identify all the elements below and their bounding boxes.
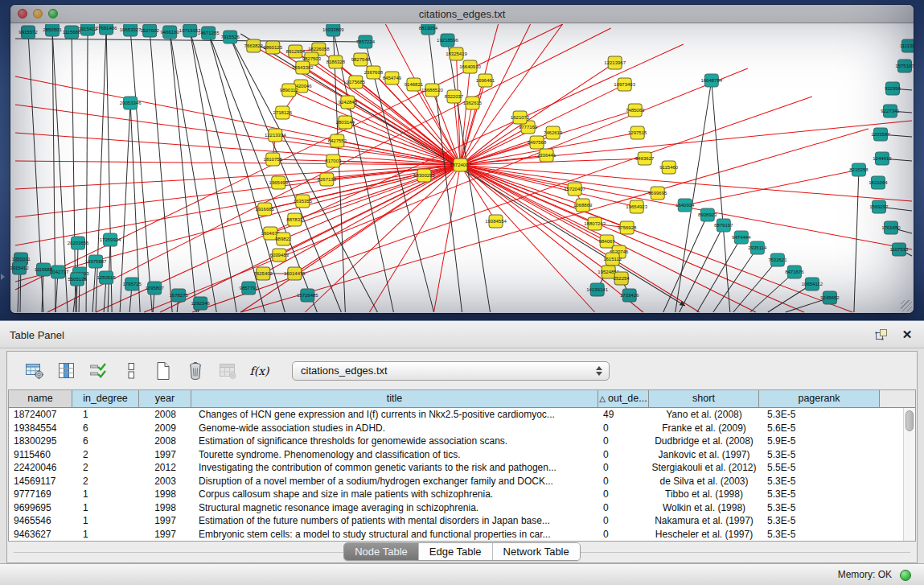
graph-node[interactable]: 817003 — [325, 154, 342, 167]
graph-node[interactable]: 9242848 — [339, 96, 358, 109]
graph-node[interactable]: 2803144 — [336, 116, 355, 129]
graph-node[interactable]: 9245652 — [820, 291, 840, 304]
graph-node[interactable]: 10975887 — [85, 255, 107, 268]
column-header-name[interactable]: name — [9, 390, 72, 408]
graph-node[interactable]: 2935114 — [748, 241, 767, 254]
column-header-indegree[interactable]: in_degree — [72, 390, 139, 408]
graph-node[interactable]: 1916685 — [256, 203, 275, 216]
new-column-icon[interactable] — [152, 360, 174, 381]
graph-node[interactable]: 10653327 — [120, 24, 142, 36]
graph-node[interactable]: 19384554 — [485, 215, 507, 228]
column-header-outde[interactable]: △out_de... — [598, 390, 649, 408]
graph-node[interactable]: 1635355 — [294, 195, 313, 208]
graph-node[interactable]: 1795725 — [122, 278, 142, 290]
graph-node[interactable]: 1621064 — [869, 176, 888, 189]
graph-node[interactable]: 9915572 — [18, 26, 38, 39]
graph-node[interactable]: 1733426 — [620, 289, 639, 302]
graph-node[interactable]: 7632621 — [768, 253, 787, 266]
graph-node[interactable]: 1107533 — [890, 243, 910, 256]
table-row[interactable]: 946554611997Estimation of the future num… — [9, 514, 915, 528]
table-row[interactable]: 2242004622012Investigating the contribut… — [9, 461, 915, 475]
graph-node[interactable]: 1696461 — [476, 74, 495, 87]
graph-node[interactable]: 14136141 — [586, 283, 608, 296]
graph-node[interactable]: 9890112 — [280, 84, 299, 97]
import-table-icon[interactable] — [216, 360, 238, 381]
graph-node[interactable]: 1621072 — [511, 111, 530, 124]
graph-node[interactable]: 9466160 — [160, 26, 179, 39]
graph-node[interactable]: 8215358 — [849, 163, 869, 176]
graph-node[interactable]: 8427552 — [328, 134, 347, 147]
graph-node[interactable]: 1111306 — [900, 39, 914, 52]
graph-node[interactable]: 1292346 — [191, 297, 211, 310]
graph-node[interactable]: 9857791 — [240, 282, 259, 295]
graph-node[interactable]: 1362615 — [463, 97, 483, 109]
graph-node[interactable]: 7857224 — [356, 35, 376, 48]
graph-node[interactable]: 1569297 — [869, 200, 889, 213]
graph-node[interactable]: 989822 — [275, 233, 292, 245]
graph-node[interactable]: 1575107 — [895, 60, 914, 72]
graph-node[interactable]: 8938923 — [698, 208, 717, 221]
unselect-all-icon[interactable] — [120, 360, 142, 381]
graph-node[interactable]: 3915412 — [10, 262, 29, 274]
graph-node[interactable]: 7462619 — [544, 126, 563, 139]
graph-node[interactable]: 1250515 — [97, 271, 116, 284]
graph-node[interactable]: 1527602 — [140, 24, 159, 37]
table-row[interactable]: 1872400712008Changes of HCN gene express… — [9, 408, 915, 422]
citation-network-graph[interactable]: 9915572285050111156883915412276914061065… — [10, 24, 914, 313]
graph-node[interactable]: 7625402 — [254, 267, 273, 280]
graph-node[interactable]: 8471676 — [785, 266, 804, 278]
column-header-pagerank[interactable]: pagerank — [759, 390, 880, 408]
graph-node[interactable]: 15716485 — [297, 289, 318, 302]
graph-node[interactable]: 2718126 — [273, 106, 293, 119]
graph-node[interactable]: 1640934 — [676, 199, 695, 212]
panel-collapse-chevron-icon[interactable] — [1, 274, 5, 280]
graph-node[interactable]: 2850501 — [43, 24, 62, 36]
graph-node[interactable]: 10973493 — [614, 78, 635, 91]
graph-node[interactable]: 17359924 — [100, 233, 121, 246]
graph-node[interactable]: 2367608 — [364, 66, 384, 79]
network-window-titlebar[interactable]: citations_edges.txt — [10, 5, 914, 23]
float-panel-icon[interactable] — [874, 328, 889, 342]
graph-node[interactable]: 5505135 — [68, 273, 87, 286]
graph-node[interactable]: 8322037 — [445, 90, 464, 103]
select-all-icon[interactable] — [88, 360, 109, 381]
function-builder-icon[interactable]: f(x) — [248, 360, 270, 381]
graph-node[interactable]: 16640910 — [459, 60, 481, 73]
graph-node[interactable]: 7663822 — [244, 39, 264, 52]
graph-node[interactable]: 8454749 — [383, 72, 402, 84]
table-row[interactable]: 946362711997Embryonic stem cells: a mode… — [9, 528, 915, 542]
table-row[interactable]: 969969511998Structural magnetic resonanc… — [9, 501, 915, 515]
graph-node[interactable]: 6497568 — [528, 136, 547, 149]
graph-node[interactable]: 9699695 — [648, 187, 667, 200]
graph-node[interactable]: 16648784 — [700, 74, 722, 87]
graph-node[interactable]: 1095807 — [145, 282, 164, 295]
graph-node[interactable]: 19218596 — [437, 34, 458, 47]
graph-node[interactable]: 9827548 — [351, 53, 371, 66]
delete-column-icon[interactable] — [184, 360, 206, 381]
memory-status-indicator[interactable] — [900, 570, 911, 581]
tab-node-table[interactable]: Node Table — [344, 543, 418, 560]
graph-node[interactable]: 6879197 — [714, 219, 733, 232]
graph-node[interactable]: 16014479 — [284, 267, 306, 280]
scrollbar-thumb[interactable] — [906, 410, 914, 431]
column-header-year[interactable]: year — [139, 390, 191, 408]
graph-node[interactable]: 9860125 — [264, 41, 283, 54]
table-settings-icon[interactable] — [23, 360, 45, 381]
graph-node[interactable]: 6039483 — [270, 249, 290, 262]
graph-node[interactable]: 932996 — [885, 82, 901, 95]
graph-node[interactable]: 9175685 — [347, 76, 366, 89]
graph-node[interactable]: 7485063 — [626, 104, 645, 117]
table-row[interactable]: 977716911998Corpus callosum shape and si… — [9, 488, 915, 501]
network-table-selector[interactable]: citations_edges.txt — [292, 361, 610, 381]
graph-node[interactable]: 2336441 — [537, 149, 556, 162]
close-panel-icon[interactable]: ✕ — [900, 328, 914, 342]
graph-node[interactable]: 252254 — [614, 272, 630, 285]
graph-node[interactable]: 20203656 — [68, 237, 89, 249]
graph-node[interactable]: 14671355 — [198, 27, 220, 39]
column-header-title[interactable]: title — [191, 390, 598, 408]
graph-node[interactable]: 9115460 — [659, 161, 679, 174]
graph-node[interactable]: 8186328 — [326, 56, 346, 68]
graph-node[interactable]: 1244419 — [873, 152, 892, 165]
graph-node[interactable]: 7915526 — [221, 31, 240, 43]
graph-node[interactable]: 18300295 — [413, 169, 435, 182]
